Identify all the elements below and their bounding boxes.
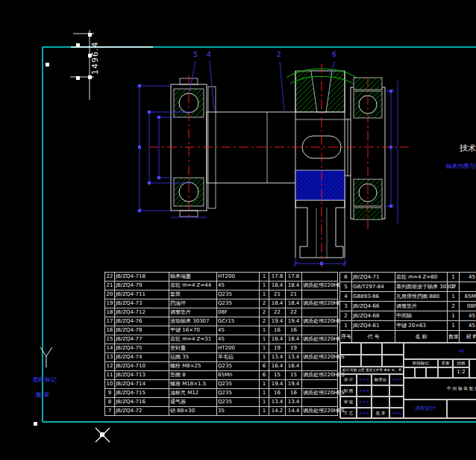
cell-no: 13 [105, 353, 115, 362]
scale-label: 比例 [453, 359, 469, 367]
cell-qty: 2 [448, 302, 460, 311]
item-balloon[interactable]: 2 [277, 51, 281, 58]
cell-remark [302, 290, 338, 299]
cursor-crosshair [95, 428, 110, 442]
tech-requirements-note[interactable]: 轴承内圈与轴的配合采用基孔制 [445, 162, 476, 170]
cell-w2: 13.4 [286, 353, 302, 362]
cell-w2: 16 [286, 326, 302, 335]
cell-name: 轴承端盖 [169, 273, 217, 282]
table-row: 18JB/ZQ4-712调整垫片08F22222 [105, 308, 338, 317]
table-row: 13JB/ZQ4-74毡圈 35羊毛毡113.413.4调质处理220HBS [105, 353, 338, 362]
cell-no: 9 [105, 389, 115, 398]
cell-spec: 羊毛毡 [217, 353, 260, 362]
cell-no: 10 [105, 380, 115, 389]
cell-code: JB/ZQ4-75 [115, 344, 169, 353]
cell-code: JB/ZQ4-711 [115, 290, 169, 299]
gear[interactable] [295, 71, 345, 258]
table-row: 6JB/ZQ4-71齿轮 m=4 Z=80145 [340, 273, 476, 282]
cell-remark [302, 308, 338, 317]
cell-spec: 45 [217, 326, 260, 335]
cell-remark: 调质处理220HBS [302, 282, 338, 290]
cell-code: JB/ZQ4-76 [115, 317, 169, 326]
cell-qty: 2 [260, 317, 269, 326]
sign-value [389, 385, 404, 397]
header-mat: 材 料 [460, 331, 476, 343]
item-balloon[interactable]: 6 [332, 51, 336, 58]
sign-value: ××× [357, 397, 372, 408]
tech-requirements-title[interactable]: 技术要求 [460, 143, 476, 154]
corner-note-2[interactable]: 重 量 [36, 391, 50, 399]
mass-value [438, 367, 453, 378]
cell-w2: 18.4 [286, 282, 302, 290]
cell-w2: 22 [286, 308, 302, 317]
left-bearing[interactable] [171, 78, 216, 217]
sign-value: ××× [357, 374, 372, 385]
cell-spec: Q235 [217, 299, 260, 308]
parts-list-header: 序号 代 号 名 称 数量 材 料 重 量 [340, 331, 476, 343]
sign-value [389, 397, 404, 408]
item-balloon[interactable]: 4 [207, 51, 211, 58]
cell-spec: HT200 [217, 344, 260, 353]
cell-qty: 1 [260, 335, 269, 344]
sign-value: ××× [389, 374, 404, 385]
header-code: 代 号 [352, 331, 395, 343]
sign-value: ××× [389, 408, 404, 419]
sign-label: 批 准 [372, 408, 389, 419]
cell-qty: 1 [448, 273, 460, 282]
cell-mat [460, 282, 476, 292]
cell-w2: 18.4 [286, 335, 302, 344]
overall-dimension-text[interactable]: 1496.4 [90, 42, 100, 75]
cell-spec: Q235 [217, 290, 260, 299]
cell-code: JB/ZQ4-712 [115, 308, 169, 317]
cell-w1: 16 [269, 326, 286, 335]
cell-name: 销 B8×30 [169, 407, 217, 416]
cell-name: 平键 20×63 [395, 321, 448, 331]
cell-qty: 2 [260, 299, 269, 308]
cell-w1: 16 [269, 389, 286, 398]
cell-code: JB/ZQ4-74 [115, 353, 169, 362]
cell-qty: 1 [260, 282, 269, 290]
cell-no: 15 [105, 335, 115, 344]
cell-no: 19 [105, 299, 115, 308]
cell-name: 螺塞 M18×1.5 [169, 380, 217, 389]
cell-code: JB/ZQ4-77 [115, 335, 169, 344]
title-block[interactable]: 标记 处数 分区 更改文件号 签名 年、月、日 设 计 ××× 标准化 ××× … [339, 342, 476, 418]
cell-qty: 1 [260, 344, 269, 353]
cell-spec: GCr15 [217, 317, 260, 326]
cell-w1: 21 [269, 290, 286, 299]
cad-canvas[interactable]: 1496.4 技术要求 轴承内圈与轴的配合采用基孔制 图样标记 重 量 5 4 … [0, 0, 476, 460]
sheet-info: 共 张 第 张 [469, 359, 476, 378]
parts-list-right[interactable]: 6JB/ZQ4-71齿轮 m=4 Z=801455GB/T297-84单列圆锥滚… [339, 272, 476, 343]
cell-w1: 13.4 [269, 398, 286, 407]
stage-label: 阶段标记 [404, 359, 438, 367]
cell-w2: 16.4 [286, 362, 302, 371]
revision-cell [382, 343, 404, 355]
cell-code: JB/ZQ4-714 [115, 380, 169, 389]
cell-w2: 21 [286, 290, 302, 299]
cell-remark [302, 380, 338, 389]
sign-label [372, 397, 389, 408]
stage-box [426, 367, 438, 378]
cell-qty: 1 [260, 273, 269, 282]
cell-code: JB/ZQ4-718 [115, 273, 169, 282]
sign-label: 标准化 [372, 374, 389, 385]
sign-value: ××× [357, 408, 372, 419]
revision-labels: 标记 处数 分区 更改文件号 签名 年、月、日 [340, 367, 404, 374]
cell-no: 7 [105, 407, 115, 416]
org-name: 课程设计 [404, 400, 447, 419]
stage-box [404, 367, 415, 378]
cell-name: 平键 16×70 [169, 326, 217, 335]
mass-label: 质量 [438, 359, 453, 367]
cell-name: 滚动轴承 30307 [169, 317, 217, 326]
item-balloon[interactable]: 5 [193, 51, 198, 58]
corner-note-1[interactable]: 图样标记 [33, 376, 57, 384]
table-row: 11JB/ZQ4-713垫圈 865Mn61515调质处理220HBS [105, 371, 338, 380]
cell-spec: Q235 [217, 362, 260, 371]
cell-code: JB/ZQ4-715 [115, 389, 169, 398]
cell-name: 密封盖 [169, 344, 217, 353]
parts-list-left[interactable]: 22JB/ZQ4-718轴承端盖HT200117.817.821JB/ZQ4-7… [104, 272, 338, 416]
table-row: 17JB/ZQ4-76滚动轴承 30307GCr15219.419.4调质处理2… [105, 317, 338, 326]
cell-w2: 19.4 [286, 380, 302, 389]
cell-w2: 18.4 [286, 299, 302, 308]
table-row: 10JB/ZQ4-714螺塞 M18×1.5Q235119.419.4 [105, 380, 338, 389]
